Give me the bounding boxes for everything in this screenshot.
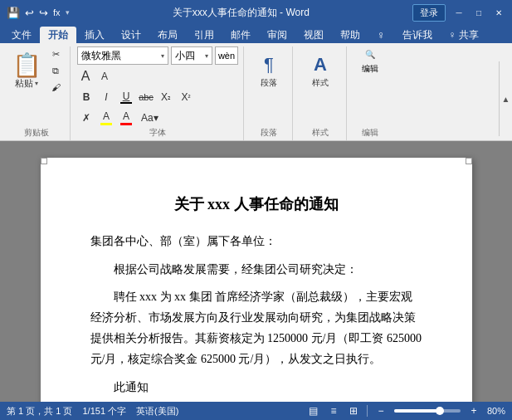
tab-design[interactable]: 设计 <box>113 27 149 43</box>
title-bar: 💾 ↩ ↪ fx ▾ 关于xxx人事任命的通知 - Word 登录 ─ □ ✕ <box>0 0 512 25</box>
wen-label: wèn <box>218 51 235 61</box>
page-corner-tr <box>466 158 472 164</box>
format-painter-button[interactable]: 🖌 <box>46 80 65 95</box>
undo-icon[interactable]: ↩ <box>25 7 34 19</box>
font-size-selector[interactable]: 小四 ▾ <box>171 46 212 65</box>
zoom-track <box>394 409 437 413</box>
format-painter-icon: 🖌 <box>51 82 61 92</box>
highlight-color-button[interactable]: A <box>97 109 115 127</box>
bold-button[interactable]: B <box>77 88 95 106</box>
view-print-button[interactable]: ≡ <box>327 404 340 418</box>
cut-button[interactable]: ✂ <box>46 46 65 61</box>
zoom-minus-button[interactable]: − <box>374 404 388 418</box>
font-color-button[interactable]: A <box>117 109 135 127</box>
subscript-button[interactable]: X₂ <box>157 88 175 106</box>
paste-button[interactable]: 📋 粘贴 ▾ <box>8 46 45 96</box>
word-count-label: 1/151 个字 <box>82 405 126 418</box>
styles-group-content: A 样式 <box>300 46 341 108</box>
clipboard-label: 剪贴板 <box>24 127 49 139</box>
document-page: 关于 xxx 人事任命的通知 集团各中心、部（室）属下各单位： 根据公司战略发展… <box>41 158 472 402</box>
clipboard-group-content: 📋 粘贴 ▾ ✂ ⧉ 🖌 <box>8 46 65 139</box>
zoom-plus-button[interactable]: + <box>467 404 480 418</box>
tab-mailings[interactable]: 邮件 <box>222 27 259 43</box>
document-area: 关于 xxx 人事任命的通知 集团各中心、部（室）属下各单位： 根据公司战略发展… <box>0 141 512 402</box>
clear-format-icon: ✗ <box>82 112 90 124</box>
tab-share[interactable]: ♀ 共享 <box>441 27 487 43</box>
restore-button[interactable]: □ <box>472 6 485 19</box>
paste-label: 粘贴 <box>15 77 33 90</box>
strikethrough-button[interactable]: abc <box>137 88 155 106</box>
ribbon-collapse-icon: ▲ <box>502 95 510 104</box>
strikethrough-icon: abc <box>139 92 154 102</box>
paste-dropdown-icon[interactable]: ▾ <box>35 80 38 87</box>
quick-access-toolbar: 💾 ↩ ↪ fx ▾ <box>7 7 70 19</box>
status-bar-left: 第 1 页，共 1 页 1/151 个字 英语(美国) <box>7 405 178 418</box>
tab-layout[interactable]: 布局 <box>149 27 186 43</box>
title-bar-title: 关于xxx人事任命的通知 - Word <box>70 6 412 20</box>
clear-format-button[interactable]: ✗ <box>77 109 95 127</box>
editing-group: 🔍 编辑 编辑 <box>349 46 392 140</box>
underline-button[interactable]: U <box>117 88 135 106</box>
change-case-button[interactable]: Aa▾ <box>137 109 163 127</box>
zoom-thumb <box>436 407 444 415</box>
underline-indicator <box>120 102 132 104</box>
font-group: 微软雅黑 ▾ 小四 ▾ wèn A A B I <box>72 46 244 140</box>
italic-label: I <box>105 91 107 103</box>
font-group-label: 字体 <box>149 127 166 139</box>
tab-insert[interactable]: 插入 <box>76 27 113 43</box>
editing-label: 编辑 <box>362 63 378 75</box>
tab-view[interactable]: 视图 <box>295 27 332 43</box>
font-grow-button[interactable]: A <box>77 67 94 85</box>
font-shrink-button[interactable]: A <box>96 67 113 85</box>
copy-button[interactable]: ⧉ <box>46 63 65 78</box>
tab-file[interactable]: 文件 <box>3 27 40 43</box>
document-para-2: 聘任 xxx 为 xx 集团 首席经济学家（副总裁级），主要宏观经济分析、市场发… <box>90 286 422 370</box>
paragraph-group-content: ¶ 段落 <box>251 46 287 108</box>
tab-references[interactable]: 引用 <box>186 27 222 43</box>
font-name-dropdown-icon[interactable]: ▾ <box>161 52 164 60</box>
font-name-value: 微软雅黑 <box>81 49 121 63</box>
tab-light[interactable]: ♀ <box>368 27 394 43</box>
font-color-indicator <box>120 123 132 125</box>
subscript-icon: ₂ <box>168 93 171 101</box>
tab-tell-me[interactable]: 告诉我 <box>394 27 441 43</box>
paragraph-group: ¶ 段落 段落 <box>246 46 293 140</box>
editing-icon: 🔍 <box>365 50 375 59</box>
redo-icon[interactable]: ↪ <box>39 7 48 19</box>
styles-button[interactable]: A 样式 <box>300 46 341 96</box>
font-name-selector[interactable]: 微软雅黑 ▾ <box>77 46 168 65</box>
superscript-button[interactable]: X² <box>177 88 195 106</box>
clipboard-group: 📋 粘贴 ▾ ✂ ⧉ 🖌 剪贴板 <box>3 46 71 140</box>
status-divider <box>367 405 368 417</box>
styles-group-label: 样式 <box>312 127 329 139</box>
cut-icon: ✂ <box>52 49 60 60</box>
page-count-label: 第 1 页，共 1 页 <box>7 405 72 418</box>
save-icon[interactable]: 💾 <box>7 7 20 19</box>
close-button[interactable]: ✕ <box>492 6 505 19</box>
editing-button[interactable]: 🔍 <box>354 46 387 61</box>
clipboard-small-buttons: ✂ ⧉ 🖌 <box>46 46 65 95</box>
ribbon-collapse-button[interactable]: ▲ <box>499 61 512 136</box>
ribbon-content: 📋 粘贴 ▾ ✂ ⧉ 🖌 剪贴板 <box>0 43 512 141</box>
view-web-button[interactable]: ⊞ <box>347 404 360 418</box>
tab-review[interactable]: 审阅 <box>259 27 295 43</box>
zoom-percent-label: 80% <box>487 406 505 416</box>
font-color-icon: A <box>123 110 129 122</box>
tab-home[interactable]: 开始 <box>40 27 76 43</box>
font-size-dropdown-icon[interactable]: ▾ <box>205 52 208 60</box>
status-bar: 第 1 页，共 1 页 1/151 个字 英语(美国) ▤ ≡ ⊞ − + 80… <box>0 402 512 420</box>
formula-icon[interactable]: fx <box>53 7 61 17</box>
wen-button[interactable]: wèn <box>215 46 238 65</box>
italic-button[interactable]: I <box>97 88 115 106</box>
paragraph-button[interactable]: ¶ 段落 <box>251 46 287 96</box>
document-heading: 关于 xxx 人事任命的通知 <box>90 191 422 217</box>
language-label: 英语(美国) <box>136 405 178 418</box>
view-read-button[interactable]: ▤ <box>307 404 320 418</box>
copy-icon: ⧉ <box>52 66 59 76</box>
highlight-icon: A <box>103 110 110 122</box>
styles-icon: A <box>314 54 327 76</box>
minimize-button[interactable]: ─ <box>452 6 466 19</box>
login-button[interactable]: 登录 <box>412 4 446 22</box>
tab-help[interactable]: 帮助 <box>332 27 368 43</box>
zoom-slider[interactable] <box>394 409 461 413</box>
